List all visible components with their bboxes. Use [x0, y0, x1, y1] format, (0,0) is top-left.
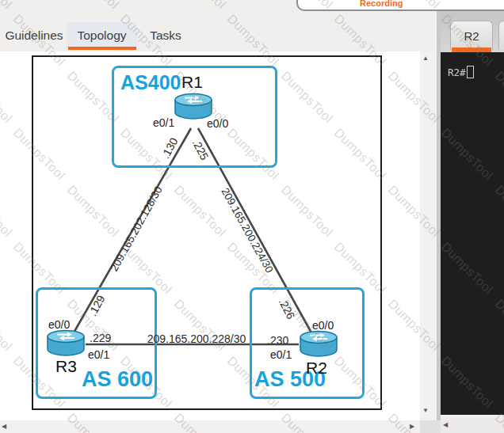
router-label-r1: R1 [181, 73, 203, 92]
left-panel-vertical-scrollbar[interactable] [420, 51, 437, 420]
terminal-cursor [467, 66, 474, 78]
scrollbar-corner [420, 420, 441, 433]
console-active-tab-indicator [452, 47, 491, 52]
as600-label: AS 600 [82, 367, 153, 392]
left-panel-horizontal-scrollbar[interactable] [0, 420, 420, 433]
router-label-r3: R3 [55, 357, 77, 376]
if-label-r2-e01: e0/1 [270, 348, 292, 361]
if-label-r2-e00: e0/0 [312, 319, 334, 332]
watermark-text: DumpsTool [0, 0, 15, 12]
console-tab-next-partial[interactable] [498, 21, 504, 50]
watermark-text: DumpsTool [64, 0, 122, 12]
ip-label-230: .230 [267, 334, 288, 347]
console-tab-r2[interactable]: R2 [450, 21, 493, 50]
as400-label: AS400 [120, 71, 181, 94]
terminal-scroll-left-arrow[interactable]: ◀ [443, 422, 448, 428]
scroll-left-arrow[interactable]: ◀ [2, 424, 6, 430]
tab-topology[interactable]: Topology [67, 22, 137, 49]
if-label-r1-e00: e0/0 [207, 117, 228, 130]
scroll-up-arrow[interactable]: ▲ [422, 55, 429, 62]
if-label-r3-e00: e0/0 [48, 318, 70, 331]
ip-label-229: .229 [90, 332, 111, 344]
active-tab-indicator [68, 47, 136, 50]
recording-popup: Recording [296, 0, 504, 11]
router-icon-r3[interactable] [46, 329, 86, 358]
tab-tasks[interactable]: Tasks [146, 22, 185, 49]
if-label-r3-e01: e0/1 [88, 348, 109, 361]
router-icon-r2[interactable] [299, 330, 338, 359]
terminal-horizontal-scrollbar[interactable] [441, 418, 504, 433]
scroll-right-arrow[interactable]: ▶ [410, 424, 414, 430]
if-label-r1-e01: e0/1 [153, 116, 174, 129]
router-label-r2: R2 [306, 359, 327, 378]
terminal-prompt: R2# [448, 66, 466, 78]
tab-guidelines[interactable]: Guidelines [3, 22, 65, 49]
scroll-down-arrow[interactable]: ▼ [422, 408, 429, 414]
terminal-r2[interactable]: R2# [441, 52, 504, 415]
subnet-label-bottom: 209.165.200.228/30 [140, 332, 253, 345]
recording-status-text: Recording [360, 0, 403, 8]
watermark-text: DumpsTool [171, 0, 229, 12]
